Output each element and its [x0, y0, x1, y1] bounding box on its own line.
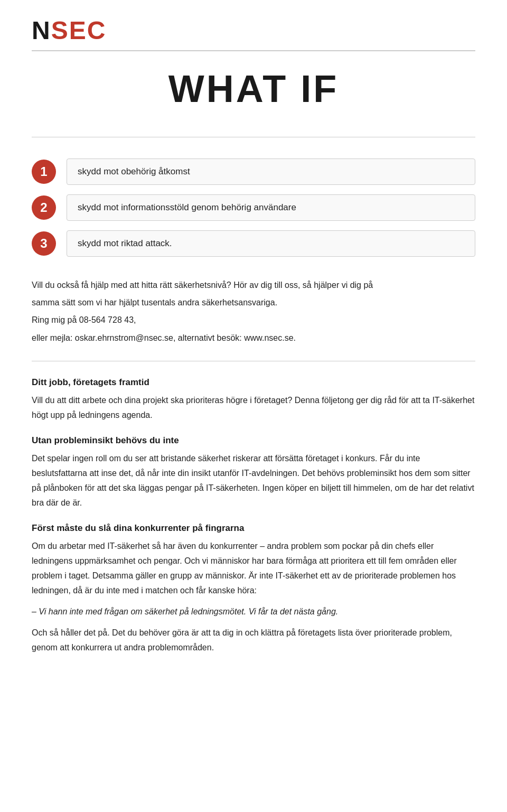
section-3-para-2: – Vi hann inte med frågan om säkerhet på…	[32, 604, 475, 619]
section-1-heading: Ditt jobb, företagets framtid	[32, 377, 475, 388]
main-title: WHAT IF	[32, 67, 475, 110]
content-divider	[32, 361, 475, 361]
contact-line2: samma sätt som vi har hjälpt tusentals a…	[32, 295, 475, 310]
section-3-para-1: Om du arbetar med IT-säkerhet så har äve…	[32, 539, 475, 598]
item-box-3: skydd mot riktad attack.	[67, 230, 475, 257]
contact-section: Vill du också få hjälp med att hitta rät…	[32, 278, 475, 345]
badge-3: 3	[32, 231, 56, 256]
section-3-para-3: Och så håller det på. Det du behöver gör…	[32, 626, 475, 655]
section-3: Först måste du slå dina konkurrenter på …	[32, 523, 475, 655]
top-divider	[32, 50, 475, 51]
numbered-item-2: 2 skydd mot informationsstöld genom behö…	[32, 194, 475, 221]
section-3-heading: Först måste du slå dina konkurrenter på …	[32, 523, 475, 534]
item-box-1: skydd mot obehörig åtkomst	[67, 158, 475, 185]
logo-area: NSEC	[32, 16, 475, 45]
numbered-item-1: 1 skydd mot obehörig åtkomst	[32, 158, 475, 185]
page-container: NSEC WHAT IF 1 skydd mot obehörig åtkoms…	[0, 0, 507, 812]
section-2-para-1: Det spelar ingen roll om du ser att bris…	[32, 451, 475, 510]
section-1-para-1: Vill du att ditt arbete och dina projekt…	[32, 393, 475, 423]
logo-n: N	[32, 16, 51, 44]
section-2-heading: Utan probleminsikt behövs du inte	[32, 435, 475, 446]
contact-line1: Vill du också få hjälp med att hitta rät…	[32, 278, 475, 292]
section-1: Ditt jobb, företagets framtid Vill du at…	[32, 377, 475, 423]
item-box-2: skydd mot informationsstöld genom behöri…	[67, 194, 475, 221]
logo-sec: SEC	[51, 16, 107, 44]
title-divider	[32, 137, 475, 137]
badge-2: 2	[32, 195, 56, 220]
numbered-item-3: 3 skydd mot riktad attack.	[32, 230, 475, 257]
badge-1: 1	[32, 160, 56, 184]
contact-line4: eller mejla: oskar.ehrnstrom@nsec.se, al…	[32, 331, 475, 345]
logo: NSEC	[32, 16, 475, 45]
contact-line3: Ring mig på 08-564 728 43,	[32, 313, 475, 327]
numbered-items-section: 1 skydd mot obehörig åtkomst 2 skydd mot…	[32, 158, 475, 257]
section-2: Utan probleminsikt behövs du inte Det sp…	[32, 435, 475, 510]
